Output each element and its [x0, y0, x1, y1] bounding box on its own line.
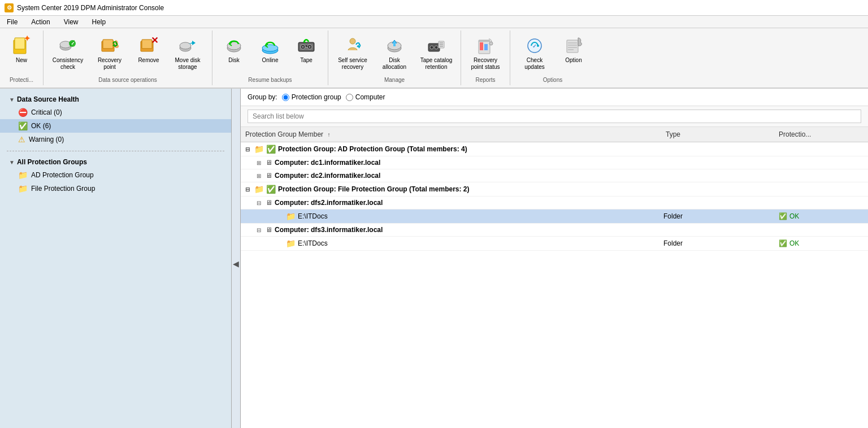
rp-status-button[interactable]: Recovery point status: [466, 33, 505, 73]
tree-divider: [7, 151, 224, 151]
dfs2-computer-icon: 🖥: [266, 199, 272, 207]
itdocs-dfs2-folder-icon: 📁: [286, 212, 296, 221]
recovery-point-button[interactable]: Recovery point: [90, 33, 129, 73]
svg-point-24: [350, 38, 355, 44]
group-by-protection-radio[interactable]: [282, 94, 289, 101]
disk-icon: [224, 36, 244, 56]
online-icon: [260, 36, 280, 56]
col-header-name[interactable]: Protection Group Member ↑: [245, 130, 666, 138]
file-pg-expand[interactable]: ⊟: [245, 186, 252, 193]
sort-icon: ↑: [327, 132, 330, 138]
svg-point-23: [309, 46, 311, 48]
toolbar-group-resume: Disk Online: [212, 30, 328, 85]
toolbar-group-reports: Recovery point status Reports: [461, 30, 510, 85]
menu-action[interactable]: Action: [29, 17, 52, 27]
itdocs-dfs2-row[interactable]: • 📁 E:\ITDocs Folder ✅ OK: [241, 209, 868, 224]
dc2-expand[interactable]: ⊞: [257, 173, 263, 179]
svg-point-41: [537, 45, 539, 47]
dc2-computer-icon: 🖥: [266, 172, 272, 180]
check-updates-button[interactable]: ✓ Check updates: [515, 33, 554, 73]
disk-alloc-icon: [384, 36, 405, 56]
dfs2-name: Computer: dfs2.informatiker.local: [275, 199, 863, 207]
all-protection-groups-header[interactable]: ▼ All Protection Groups: [0, 156, 231, 168]
ad-protection-item[interactable]: 📁 AD Protection Group: [0, 168, 231, 182]
manage-group-label: Manage: [333, 76, 456, 83]
collapse-panel-button[interactable]: ◀: [232, 89, 241, 428]
file-protection-label: File Protection Group: [31, 185, 95, 193]
dc1-row[interactable]: ⊞ 🖥 Computer: dc1.informatiker.local: [241, 156, 868, 169]
toolbar-group-datasource: ✓ Consistency check Recovery point: [44, 30, 212, 85]
consistency-check-button[interactable]: ✓ Consistency check: [48, 33, 88, 73]
consistency-label: Consistency check: [50, 57, 86, 71]
move-disk-button[interactable]: Move disk storage: [168, 33, 207, 73]
rp-status-icon: [475, 36, 496, 56]
file-pg-row[interactable]: ⊟ 📁 ✅ Protection Group: File Protection …: [241, 182, 868, 196]
itdocs-dfs2-name: E:\ITDocs: [298, 212, 661, 220]
menu-file[interactable]: File: [5, 17, 20, 27]
dfs2-row[interactable]: ⊟ 🖥 Computer: dfs2.informatiker.local: [241, 196, 868, 209]
left-panel: ▼ Data Source Health ⛔ Critical (0) ✅ OK…: [0, 89, 232, 428]
self-service-button[interactable]: Self service recovery: [333, 33, 372, 73]
itdocs-dfs3-ok-icon: ✅: [779, 239, 787, 247]
disk-alloc-button[interactable]: Disk allocation: [375, 33, 414, 73]
critical-item[interactable]: ⛔ Critical (0): [0, 106, 231, 119]
ok-label: OK (6): [31, 122, 51, 130]
reports-group-label: Reports: [466, 76, 505, 83]
dc1-expand[interactable]: ⊞: [257, 160, 263, 166]
svg-rect-8: [103, 40, 113, 49]
disk-label: Disk: [228, 57, 239, 64]
menu-view[interactable]: View: [62, 17, 81, 27]
file-pg-name: Protection Group: File Protection Group …: [278, 185, 863, 193]
data-source-arrow: ▼: [9, 97, 15, 103]
file-folder-icon: 📁: [18, 184, 28, 193]
data-source-health-header[interactable]: ▼ Data Source Health: [0, 93, 231, 106]
svg-rect-27: [393, 43, 396, 46]
svg-rect-36: [480, 42, 483, 50]
search-input[interactable]: [248, 110, 861, 123]
new-button[interactable]: ✦ New: [5, 33, 38, 67]
svg-rect-38: [479, 40, 490, 42]
disk-button[interactable]: Disk: [217, 33, 251, 67]
ad-pg-row[interactable]: ⊟ 📁 ✅ Protection Group: AD Protection Gr…: [241, 142, 868, 156]
dc2-row[interactable]: ⊞ 🖥 Computer: dc2.informatiker.local: [241, 169, 868, 182]
group-by-computer-radio[interactable]: [346, 94, 353, 101]
options-label: Option: [565, 57, 581, 64]
table-content: ⊟ 📁 ✅ Protection Group: AD Protection Gr…: [241, 142, 868, 428]
remove-button[interactable]: ✕ Remove: [132, 33, 166, 67]
all-pg-label: All Protection Groups: [17, 158, 87, 166]
group-by-bar: Group by: Protection group Computer: [241, 89, 868, 106]
group-by-computer[interactable]: Computer: [346, 93, 385, 101]
toolbar-group-options: ✓ Check updates Option: [510, 30, 595, 85]
warning-item[interactable]: ⚠ Warning (0): [0, 133, 231, 146]
file-pg-ok-badge: ✅: [266, 185, 276, 194]
dfs3-row[interactable]: ⊟ 🖥 Computer: dfs3.informatiker.local: [241, 224, 868, 237]
dfs2-expand[interactable]: ⊟: [257, 200, 263, 206]
critical-label: Critical (0): [31, 108, 62, 116]
col-header-type[interactable]: Type: [666, 130, 779, 138]
ok-item[interactable]: ✅ OK (6): [0, 119, 231, 133]
dc2-name: Computer: dc2.informatiker.local: [275, 172, 863, 180]
svg-text:✓: ✓: [532, 43, 537, 49]
title-bar: ⚙ System Center 2019 DPM Administrator C…: [0, 0, 868, 16]
disk-alloc-label: Disk allocation: [376, 57, 413, 71]
tape-catalog-button[interactable]: Tape catalog retention: [416, 33, 456, 73]
warning-icon: ⚠: [18, 135, 25, 144]
tape-label: Tape: [300, 57, 313, 64]
app-title: System Center 2019 DPM Administrator Con…: [17, 4, 164, 12]
ok-icon: ✅: [18, 121, 28, 130]
online-button[interactable]: Online: [253, 33, 287, 67]
options-button[interactable]: Option: [557, 33, 591, 67]
dfs3-expand[interactable]: ⊟: [257, 227, 263, 233]
tape-button[interactable]: Tape: [289, 33, 323, 67]
itdocs-dfs3-row[interactable]: • 📁 E:\ITDocs Folder ✅ OK: [241, 237, 868, 251]
tape-catalog-label: Tape catalog retention: [418, 57, 454, 71]
file-protection-item[interactable]: 📁 File Protection Group: [0, 182, 231, 195]
ad-pg-expand[interactable]: ⊟: [245, 146, 252, 152]
menu-help[interactable]: Help: [90, 17, 108, 27]
svg-point-30: [435, 46, 438, 49]
svg-point-22: [302, 46, 304, 48]
toolbar: ✦ New Protecti... ✓ Co: [0, 28, 868, 89]
group-by-protection[interactable]: Protection group: [282, 93, 341, 101]
itdocs-dfs3-folder-icon: 📁: [286, 239, 296, 248]
svg-text:✦: ✦: [24, 36, 31, 43]
